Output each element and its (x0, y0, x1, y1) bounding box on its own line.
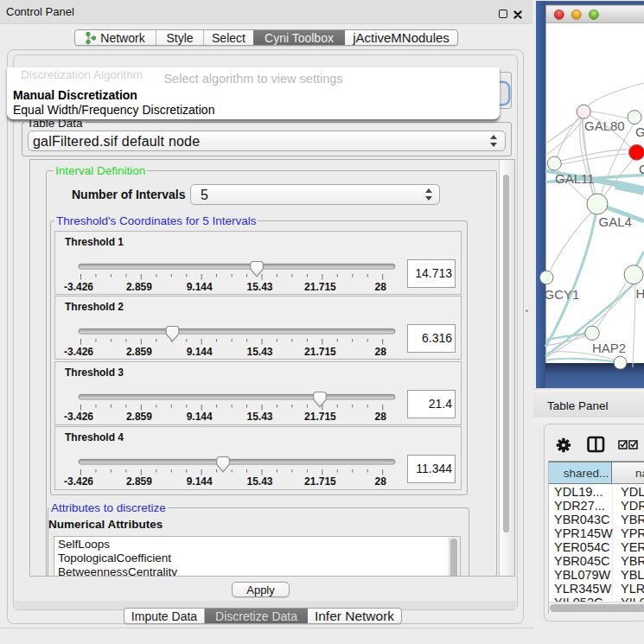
svg-text:CY: CY (639, 162, 644, 176)
svg-text:GAL4: GAL4 (599, 214, 632, 229)
svg-text:H: H (636, 286, 644, 301)
svg-text:HAP2: HAP2 (592, 341, 626, 355)
svg-text:GCY1: GCY1 (545, 287, 580, 302)
svg-text:GA: GA (635, 124, 644, 139)
svg-text:GAL11: GAL11 (555, 171, 595, 186)
svg-text:GAL80: GAL80 (584, 118, 625, 133)
